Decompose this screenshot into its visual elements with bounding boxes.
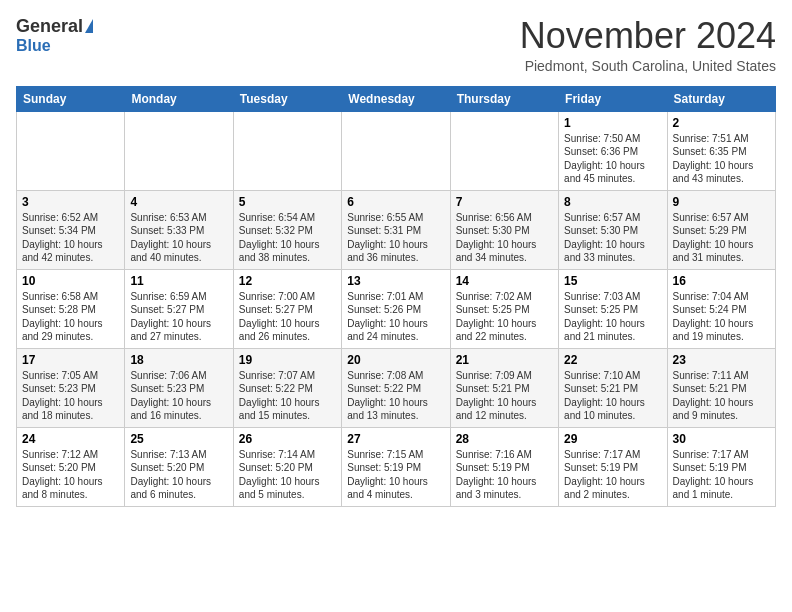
calendar-cell: 4Sunrise: 6:53 AM Sunset: 5:33 PM Daylig… [125, 190, 233, 269]
calendar-cell: 11Sunrise: 6:59 AM Sunset: 5:27 PM Dayli… [125, 269, 233, 348]
logo-blue-text: Blue [16, 37, 51, 55]
day-number: 11 [130, 274, 227, 288]
calendar-table: SundayMondayTuesdayWednesdayThursdayFrid… [16, 86, 776, 507]
day-number: 4 [130, 195, 227, 209]
day-info: Sunrise: 6:59 AM Sunset: 5:27 PM Dayligh… [130, 290, 227, 344]
calendar-cell: 6Sunrise: 6:55 AM Sunset: 5:31 PM Daylig… [342, 190, 450, 269]
day-info: Sunrise: 7:16 AM Sunset: 5:19 PM Dayligh… [456, 448, 553, 502]
day-number: 25 [130, 432, 227, 446]
day-info: Sunrise: 6:57 AM Sunset: 5:29 PM Dayligh… [673, 211, 770, 265]
day-number: 10 [22, 274, 119, 288]
day-info: Sunrise: 6:54 AM Sunset: 5:32 PM Dayligh… [239, 211, 336, 265]
calendar-cell: 24Sunrise: 7:12 AM Sunset: 5:20 PM Dayli… [17, 427, 125, 506]
calendar-cell [125, 111, 233, 190]
day-number: 13 [347, 274, 444, 288]
logo-triangle-icon [85, 19, 93, 33]
day-info: Sunrise: 7:12 AM Sunset: 5:20 PM Dayligh… [22, 448, 119, 502]
calendar-header: SundayMondayTuesdayWednesdayThursdayFrid… [17, 86, 776, 111]
day-info: Sunrise: 7:50 AM Sunset: 6:36 PM Dayligh… [564, 132, 661, 186]
day-info: Sunrise: 7:51 AM Sunset: 6:35 PM Dayligh… [673, 132, 770, 186]
calendar-cell: 7Sunrise: 6:56 AM Sunset: 5:30 PM Daylig… [450, 190, 558, 269]
calendar-cell: 15Sunrise: 7:03 AM Sunset: 5:25 PM Dayli… [559, 269, 667, 348]
day-number: 7 [456, 195, 553, 209]
day-info: Sunrise: 6:56 AM Sunset: 5:30 PM Dayligh… [456, 211, 553, 265]
day-info: Sunrise: 6:55 AM Sunset: 5:31 PM Dayligh… [347, 211, 444, 265]
calendar-cell: 3Sunrise: 6:52 AM Sunset: 5:34 PM Daylig… [17, 190, 125, 269]
day-number: 22 [564, 353, 661, 367]
day-info: Sunrise: 6:57 AM Sunset: 5:30 PM Dayligh… [564, 211, 661, 265]
location-subtitle: Piedmont, South Carolina, United States [520, 58, 776, 74]
month-title: November 2024 [520, 16, 776, 56]
day-info: Sunrise: 7:10 AM Sunset: 5:21 PM Dayligh… [564, 369, 661, 423]
day-number: 2 [673, 116, 770, 130]
day-info: Sunrise: 7:05 AM Sunset: 5:23 PM Dayligh… [22, 369, 119, 423]
day-number: 27 [347, 432, 444, 446]
calendar-cell: 18Sunrise: 7:06 AM Sunset: 5:23 PM Dayli… [125, 348, 233, 427]
day-info: Sunrise: 7:13 AM Sunset: 5:20 PM Dayligh… [130, 448, 227, 502]
day-info: Sunrise: 7:17 AM Sunset: 5:19 PM Dayligh… [673, 448, 770, 502]
calendar-cell: 1Sunrise: 7:50 AM Sunset: 6:36 PM Daylig… [559, 111, 667, 190]
day-number: 19 [239, 353, 336, 367]
calendar-cell: 23Sunrise: 7:11 AM Sunset: 5:21 PM Dayli… [667, 348, 775, 427]
page-header: General Blue November 2024 Piedmont, Sou… [16, 16, 776, 74]
day-number: 6 [347, 195, 444, 209]
day-number: 14 [456, 274, 553, 288]
day-number: 16 [673, 274, 770, 288]
day-number: 30 [673, 432, 770, 446]
calendar-cell: 29Sunrise: 7:17 AM Sunset: 5:19 PM Dayli… [559, 427, 667, 506]
day-info: Sunrise: 7:02 AM Sunset: 5:25 PM Dayligh… [456, 290, 553, 344]
calendar-header-monday: Monday [125, 86, 233, 111]
day-number: 1 [564, 116, 661, 130]
calendar-cell [450, 111, 558, 190]
calendar-cell: 8Sunrise: 6:57 AM Sunset: 5:30 PM Daylig… [559, 190, 667, 269]
calendar-cell: 20Sunrise: 7:08 AM Sunset: 5:22 PM Dayli… [342, 348, 450, 427]
day-info: Sunrise: 7:06 AM Sunset: 5:23 PM Dayligh… [130, 369, 227, 423]
calendar-cell: 10Sunrise: 6:58 AM Sunset: 5:28 PM Dayli… [17, 269, 125, 348]
day-number: 3 [22, 195, 119, 209]
calendar-cell: 27Sunrise: 7:15 AM Sunset: 5:19 PM Dayli… [342, 427, 450, 506]
day-info: Sunrise: 7:08 AM Sunset: 5:22 PM Dayligh… [347, 369, 444, 423]
calendar-cell: 9Sunrise: 6:57 AM Sunset: 5:29 PM Daylig… [667, 190, 775, 269]
calendar-header-sunday: Sunday [17, 86, 125, 111]
day-info: Sunrise: 7:09 AM Sunset: 5:21 PM Dayligh… [456, 369, 553, 423]
logo-general-text: General [16, 16, 83, 37]
day-number: 18 [130, 353, 227, 367]
calendar-cell: 25Sunrise: 7:13 AM Sunset: 5:20 PM Dayli… [125, 427, 233, 506]
calendar-header-friday: Friday [559, 86, 667, 111]
logo: General Blue [16, 16, 93, 55]
day-info: Sunrise: 6:58 AM Sunset: 5:28 PM Dayligh… [22, 290, 119, 344]
day-info: Sunrise: 7:07 AM Sunset: 5:22 PM Dayligh… [239, 369, 336, 423]
calendar-cell [17, 111, 125, 190]
day-info: Sunrise: 7:14 AM Sunset: 5:20 PM Dayligh… [239, 448, 336, 502]
calendar-body: 1Sunrise: 7:50 AM Sunset: 6:36 PM Daylig… [17, 111, 776, 506]
calendar-header-tuesday: Tuesday [233, 86, 341, 111]
day-info: Sunrise: 7:01 AM Sunset: 5:26 PM Dayligh… [347, 290, 444, 344]
day-info: Sunrise: 6:53 AM Sunset: 5:33 PM Dayligh… [130, 211, 227, 265]
calendar-header-wednesday: Wednesday [342, 86, 450, 111]
calendar-cell: 28Sunrise: 7:16 AM Sunset: 5:19 PM Dayli… [450, 427, 558, 506]
title-block: November 2024 Piedmont, South Carolina, … [520, 16, 776, 74]
day-info: Sunrise: 7:11 AM Sunset: 5:21 PM Dayligh… [673, 369, 770, 423]
calendar-cell: 21Sunrise: 7:09 AM Sunset: 5:21 PM Dayli… [450, 348, 558, 427]
day-info: Sunrise: 7:04 AM Sunset: 5:24 PM Dayligh… [673, 290, 770, 344]
calendar-header-saturday: Saturday [667, 86, 775, 111]
calendar-header-thursday: Thursday [450, 86, 558, 111]
day-number: 9 [673, 195, 770, 209]
day-info: Sunrise: 7:03 AM Sunset: 5:25 PM Dayligh… [564, 290, 661, 344]
day-number: 8 [564, 195, 661, 209]
day-number: 20 [347, 353, 444, 367]
calendar-cell: 14Sunrise: 7:02 AM Sunset: 5:25 PM Dayli… [450, 269, 558, 348]
calendar-cell [342, 111, 450, 190]
day-info: Sunrise: 7:00 AM Sunset: 5:27 PM Dayligh… [239, 290, 336, 344]
calendar-cell: 17Sunrise: 7:05 AM Sunset: 5:23 PM Dayli… [17, 348, 125, 427]
day-number: 12 [239, 274, 336, 288]
day-number: 23 [673, 353, 770, 367]
calendar-cell: 12Sunrise: 7:00 AM Sunset: 5:27 PM Dayli… [233, 269, 341, 348]
day-info: Sunrise: 7:17 AM Sunset: 5:19 PM Dayligh… [564, 448, 661, 502]
day-number: 21 [456, 353, 553, 367]
calendar-cell: 2Sunrise: 7:51 AM Sunset: 6:35 PM Daylig… [667, 111, 775, 190]
calendar-cell: 26Sunrise: 7:14 AM Sunset: 5:20 PM Dayli… [233, 427, 341, 506]
calendar-cell: 16Sunrise: 7:04 AM Sunset: 5:24 PM Dayli… [667, 269, 775, 348]
day-number: 29 [564, 432, 661, 446]
day-number: 17 [22, 353, 119, 367]
